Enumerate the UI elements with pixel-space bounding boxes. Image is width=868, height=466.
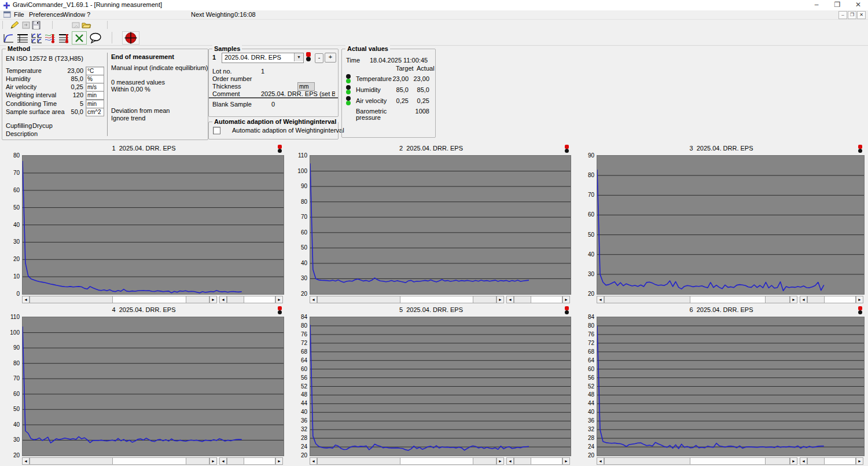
chart-h-scrollbar[interactable]: ◄► <box>597 457 797 465</box>
close-button[interactable]: ✕ <box>848 0 868 10</box>
print-preview-icon[interactable] <box>72 21 80 29</box>
chart-h-scrollbar[interactable]: ◄► <box>310 296 504 303</box>
y-axis-tick-label: 50 <box>288 244 307 251</box>
scroll-thumb[interactable] <box>400 457 473 465</box>
restore-button[interactable]: ❐ <box>827 0 847 10</box>
scroll-left-icon[interactable]: ◄ <box>506 457 514 465</box>
save-icon[interactable] <box>32 21 41 30</box>
curve-view-icon[interactable] <box>1 31 16 45</box>
scroll-left-icon[interactable]: ◄ <box>22 457 30 465</box>
chart-h-scrollbar[interactable]: ◄► <box>219 457 283 465</box>
sample-minus-button[interactable]: - <box>315 53 323 63</box>
open-folder-icon[interactable] <box>82 21 91 29</box>
chart-h-scrollbar[interactable]: ◄► <box>506 457 570 465</box>
auto-adaption-checkbox[interactable] <box>213 127 220 134</box>
chart-h-scrollbar[interactable]: ◄► <box>22 457 217 465</box>
chart-traffic-light <box>278 145 283 153</box>
scroll-thumb[interactable] <box>244 457 275 465</box>
minimize-button[interactable]: – <box>807 0 826 10</box>
chart-h-scrollbar[interactable]: ◄► <box>597 296 797 303</box>
method-unit-field[interactable]: m/s <box>86 83 104 91</box>
comment-bubble-icon[interactable] <box>88 31 103 45</box>
scroll-right-icon[interactable]: ► <box>275 457 283 465</box>
scroll-right-icon[interactable]: ► <box>562 457 570 465</box>
chart-h-scrollbar[interactable]: ◄► <box>800 296 863 303</box>
scroll-thumb[interactable] <box>244 296 275 303</box>
scroll-right-icon[interactable]: ► <box>856 457 863 465</box>
mdi-minimize-button[interactable]: – <box>838 11 847 19</box>
toolbar-separator <box>107 21 108 29</box>
menu-preferences[interactable]: Preferences <box>29 11 63 18</box>
menu-window[interactable]: Window <box>62 11 85 18</box>
scroll-left-icon[interactable]: ◄ <box>22 296 30 303</box>
chart-h-scrollbar[interactable]: ◄► <box>219 296 283 303</box>
sample-select[interactable]: 2025.04. DRR. EPS ▼ <box>222 53 304 63</box>
curves-climate-icon[interactable] <box>43 31 58 45</box>
menu-help[interactable]: ? <box>87 11 90 18</box>
mdi-restore-button[interactable]: ❐ <box>848 11 856 19</box>
excel-export-icon[interactable] <box>72 31 87 45</box>
scroll-right-icon[interactable]: ► <box>562 296 570 303</box>
method-row-label: Temperature <box>6 67 42 74</box>
scroll-thumb[interactable] <box>824 457 856 465</box>
description-label: Description <box>6 130 38 137</box>
y-axis-tick-label: 90 <box>575 152 594 159</box>
multi-curve-view-icon[interactable] <box>29 31 44 45</box>
scroll-right-icon[interactable]: ► <box>209 296 217 303</box>
scroll-right-icon[interactable]: ► <box>790 296 797 303</box>
sample-plus-button[interactable]: + <box>325 53 336 63</box>
actual-row-actual: 0,25 <box>408 97 429 104</box>
actual-column-header: Actual <box>417 65 435 72</box>
scroll-right-icon[interactable]: ► <box>496 457 504 465</box>
cupfilling-value: Drycup <box>32 122 53 129</box>
stop-measurement-icon[interactable] <box>122 31 139 45</box>
scroll-right-icon[interactable]: ► <box>209 457 217 465</box>
table-view-icon[interactable] <box>15 31 30 45</box>
method-unit-field[interactable]: min <box>86 100 104 108</box>
chart-h-scrollbar[interactable]: ◄► <box>800 457 863 465</box>
scroll-thumb[interactable] <box>690 296 766 303</box>
scroll-thumb[interactable] <box>400 296 473 303</box>
menu-file[interactable]: File <box>14 11 24 18</box>
chart-h-scrollbar[interactable]: ◄► <box>506 296 570 303</box>
scroll-right-icon[interactable]: ► <box>496 296 504 303</box>
y-axis-tick-label: 30 <box>288 275 307 281</box>
y-axis-tick-label: 84 <box>575 314 594 320</box>
scroll-left-icon[interactable]: ◄ <box>310 296 317 303</box>
edit-pencil-icon[interactable] <box>10 21 19 30</box>
scroll-left-icon[interactable]: ◄ <box>597 457 604 465</box>
scroll-thumb[interactable] <box>531 296 562 303</box>
method-unit-field[interactable]: min <box>86 91 104 100</box>
y-axis-tick-label: 100 <box>288 168 307 174</box>
scroll-right-icon[interactable]: ► <box>275 296 283 303</box>
chart-plot-area <box>310 317 571 456</box>
chart-h-scrollbar[interactable]: ◄► <box>22 296 217 303</box>
y-axis-tick-label: 70 <box>0 375 20 381</box>
scroll-left-icon[interactable]: ◄ <box>310 457 317 465</box>
scroll-left-icon[interactable]: ◄ <box>219 457 227 465</box>
scroll-thumb[interactable] <box>112 457 186 465</box>
scroll-thumb[interactable] <box>112 296 186 303</box>
scroll-left-icon[interactable]: ◄ <box>506 296 514 303</box>
scroll-right-icon[interactable]: ► <box>790 457 797 465</box>
blank-sample-label: Blank Sample <box>212 101 252 108</box>
mdi-close-button[interactable]: ✕ <box>857 11 866 19</box>
scroll-thumb[interactable] <box>531 457 562 465</box>
table-climate-icon[interactable] <box>57 31 72 45</box>
method-unit-field[interactable]: cm^2 <box>86 108 104 116</box>
export-icon[interactable] <box>22 21 30 29</box>
thickness-unit-field[interactable]: mm <box>297 82 315 91</box>
scroll-right-icon[interactable]: ► <box>856 296 863 303</box>
chart-h-scrollbar[interactable]: ◄► <box>310 457 504 465</box>
toolbar-separator <box>112 32 112 43</box>
scroll-left-icon[interactable]: ◄ <box>219 296 227 303</box>
scroll-left-icon[interactable]: ◄ <box>597 296 604 303</box>
chevron-down-icon[interactable]: ▼ <box>294 53 303 61</box>
scroll-left-icon[interactable]: ◄ <box>800 457 807 465</box>
scroll-left-icon[interactable]: ◄ <box>800 296 807 303</box>
scroll-thumb[interactable] <box>690 457 766 465</box>
chart-title: 5 2025.04. DRR. EPS <box>288 306 575 313</box>
method-unit-field[interactable]: °C <box>86 67 104 75</box>
method-unit-field[interactable]: % <box>86 75 104 83</box>
scroll-thumb[interactable] <box>824 296 856 303</box>
